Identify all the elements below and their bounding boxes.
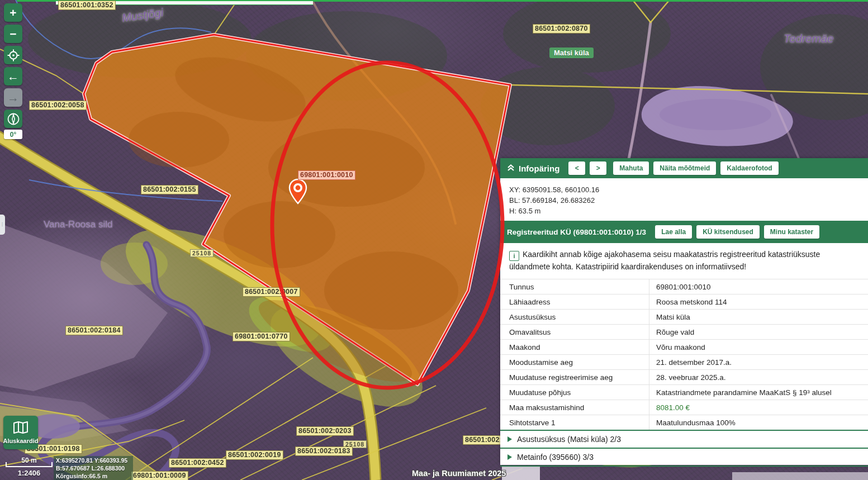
row-value: 21. detsember 2017.a.	[649, 355, 868, 369]
row-label: Maa maksustamishind	[500, 403, 649, 412]
expand-triangle-icon	[507, 436, 512, 442]
row-label: Asustusüksus	[500, 313, 649, 321]
panel-title-wrap[interactable]: Infopäring	[507, 164, 559, 173]
expand-triangle-icon	[507, 454, 512, 460]
map-application: 86501:001:035286501:002:0870Matsi külaTe…	[0, 0, 868, 480]
panel-title: Infopäring	[519, 164, 559, 173]
map-label: 86501:002:0870	[533, 24, 590, 34]
compass-button[interactable]	[4, 110, 22, 128]
map-toolbar: +−←→0°	[4, 3, 22, 139]
map-label: 86501:002:0058	[29, 101, 87, 110]
minus-button[interactable]: −	[4, 25, 22, 43]
layer-info-note: iKaardikiht annab kõige ajakohasema seis…	[500, 243, 868, 277]
button-kaldaerofotod[interactable]: Kaldaerofotod	[720, 161, 778, 175]
row-value: Roosa metskond 114	[649, 294, 868, 309]
compass-icon	[7, 112, 20, 126]
map-label: 69801:001:0770	[233, 332, 290, 341]
collapsed-section[interactable]: Metainfo (395660) 3/3	[500, 448, 868, 465]
nav-button->[interactable]: >	[590, 161, 606, 175]
info-panel-header: Infopäring <> MahutaNäita mõõtmeidKaldae…	[500, 158, 868, 178]
map-label: 69801:001:0009	[131, 471, 188, 480]
arrow-right-button: →	[4, 88, 22, 107]
basemap-button-label: Aluskaardid	[3, 438, 39, 444]
map-label: Matsi küla	[549, 47, 594, 58]
map-label: Tedremäe	[784, 32, 833, 45]
highlighted-parcel	[84, 35, 510, 397]
parcel-attribute-table: Tunnus69801:001:0010LähiaadressRoosa met…	[500, 279, 868, 430]
arrow-left-button[interactable]: ←	[4, 67, 22, 85]
map-label: 25108	[190, 249, 214, 257]
locate-button[interactable]	[4, 46, 22, 64]
nav-button-<[interactable]: <	[568, 161, 585, 175]
row-value: Maatulundusmaa 100%	[649, 415, 868, 430]
map-label: 86501:002:0183	[295, 446, 353, 456]
collapse-chevrons-icon	[507, 164, 515, 173]
table-row: Sihtotstarve 1Maatulundusmaa 100%	[500, 415, 868, 430]
query-coordinates: XY: 6395091.58, 660100.16 BL: 57.669184,…	[500, 178, 868, 221]
button-n-ita-m-tmeid[interactable]: Näita mõõtmeid	[653, 161, 716, 175]
parcel-section-title: Registreeritud KÜ (69801:001:0010) 1/3	[507, 228, 646, 236]
button-minu-kataster[interactable]: Minu kataster	[764, 225, 819, 239]
collapsed-sections: Asustusüksus (Matsi küla) 2/3Metainfo (3…	[500, 430, 868, 465]
row-value: 8081.00 €	[649, 400, 868, 415]
clearing-patch2	[732, 472, 868, 480]
parcel-section-header: Registreeritud KÜ (69801:001:0010) 1/3 L…	[500, 221, 868, 243]
row-value: Matsi küla	[649, 310, 868, 324]
info-icon: i	[509, 251, 519, 261]
map-label: 86501:002:0452	[169, 458, 226, 468]
status-elevation: Kõrgusinfo:66.5 m	[56, 472, 131, 480]
row-label: Maakond	[500, 343, 649, 351]
row-value: Rõuge vald	[649, 325, 868, 339]
button-lae-alla[interactable]: Lae alla	[655, 225, 692, 239]
side-panel-handle[interactable]: ⁞	[0, 215, 5, 235]
panel-action-buttons: MahutaNäita mõõtmeidKaldaerofotod	[613, 161, 778, 175]
map-label: 86501:001:0352	[58, 1, 116, 10]
collapsed-section-label: Asustusüksus (Matsi küla) 2/3	[517, 435, 621, 444]
coordinate-status: X:6395270.81 Y:660393.95 B:57.670687 L:2…	[54, 456, 133, 480]
table-row: MaakondVõru maakond	[500, 339, 868, 354]
locate-icon	[7, 49, 20, 61]
row-label: Lähiaadress	[500, 298, 649, 306]
table-row: Muudatuse põhjusKatastriandmete parandam…	[500, 384, 868, 400]
table-row: Muudatuse registreerimise aeg28. veebrua…	[500, 369, 868, 384]
info-panel: Infopäring <> MahutaNäita mõõtmeidKaldae…	[500, 158, 868, 465]
info-note-text: Kaardikiht annab kõige ajakohasema seisu…	[509, 250, 820, 271]
status-bl: B:57.670687 L:26.688300	[56, 464, 131, 472]
map-label: 86501:002:0184	[65, 326, 123, 335]
map-label: 69801:001:0010	[298, 170, 355, 180]
row-label: Omavalitsus	[500, 328, 649, 336]
table-row: Moodustamise aeg21. detsember 2017.a.	[500, 354, 868, 369]
table-row: LähiaadressRoosa metskond 114	[500, 294, 868, 309]
scale-bar: 50 m 1:2406	[6, 458, 53, 477]
status-xy: X:6395270.81 Y:660393.95	[56, 457, 131, 464]
collapsed-section[interactable]: Asustusüksus (Matsi küla) 2/3	[500, 430, 868, 448]
map-label: 86501:002:0203	[296, 426, 354, 436]
map-label: 86501:002:0155	[141, 185, 198, 194]
parcel-action-buttons: Lae allaKÜ kitsendusedMinu kataster	[655, 225, 819, 239]
panel-bottom-border	[500, 465, 868, 470]
button-mahuta[interactable]: Mahuta	[613, 161, 649, 175]
coord-h: H: 63.5 m	[509, 206, 859, 216]
row-label: Tunnus	[500, 283, 649, 291]
table-row: OmavalitsusRõuge vald	[500, 324, 868, 339]
row-value: Katastriandmete parandamine MaaKatS § 19…	[649, 385, 868, 400]
row-value: 69801:001:0010	[649, 279, 868, 294]
plus-button[interactable]: +	[4, 3, 22, 22]
button-k-kitsendused[interactable]: KÜ kitsendused	[696, 225, 760, 239]
result-nav-buttons: <>	[568, 161, 606, 175]
basemap-button[interactable]: Aluskaardid	[3, 416, 38, 449]
coord-bl: BL: 57.669184, 26.683262	[509, 195, 859, 206]
row-label: Moodustamise aeg	[500, 358, 649, 367]
row-label: Muudatuse põhjus	[500, 388, 649, 397]
row-value: 28. veebruar 2025.a.	[649, 370, 868, 384]
map-label: 86501:002:0019	[226, 450, 283, 460]
table-row: Maa maksustamishind8081.00 €	[500, 400, 868, 415]
rotation-indicator[interactable]: 0°	[4, 130, 22, 139]
row-label: Sihtotstarve 1	[500, 419, 649, 427]
coord-xy: XY: 6395091.58, 660100.16	[509, 184, 859, 195]
map-label: Vana-Roosa sild	[44, 219, 112, 230]
map-label: 86501:002:0007	[243, 287, 300, 297]
map-attribution: Maa- ja Ruumiamet 2025	[412, 469, 506, 478]
row-label: Muudatuse registreerimise aeg	[500, 373, 649, 382]
table-row: AsustusüksusMatsi küla	[500, 309, 868, 324]
